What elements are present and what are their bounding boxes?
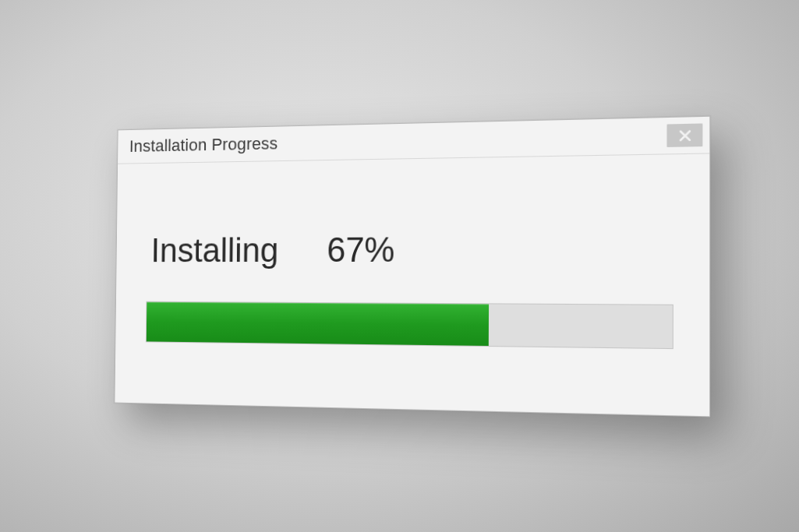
- progress-bar: [145, 301, 673, 349]
- dialog-body: Installing 67%: [115, 153, 709, 416]
- status-label: Installing: [150, 231, 278, 270]
- progress-percent: 67%: [327, 230, 394, 270]
- installation-dialog: Installation Progress Installing 67%: [114, 116, 710, 417]
- progress-fill: [146, 302, 488, 346]
- close-icon: [678, 129, 691, 142]
- status-line: Installing 67%: [146, 228, 673, 270]
- close-button[interactable]: [666, 123, 702, 146]
- dialog-title: Installation Progress: [129, 134, 278, 157]
